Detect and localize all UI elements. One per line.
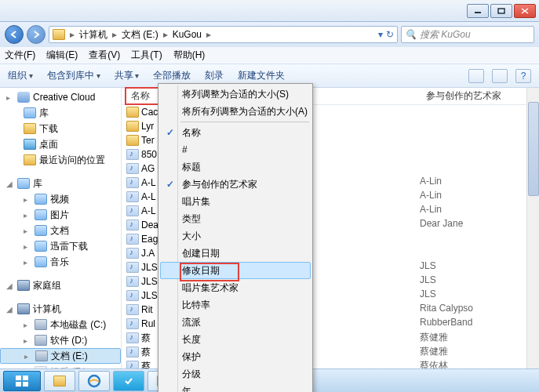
ctx-column-option[interactable]: 类型 bbox=[160, 210, 311, 227]
library-icon bbox=[17, 178, 30, 189]
nav-recent[interactable]: 最近访问的位置 bbox=[0, 152, 121, 168]
artist-cell bbox=[420, 119, 473, 133]
video-icon bbox=[35, 194, 47, 205]
svg-rect-7 bbox=[23, 382, 28, 387]
nav-music[interactable]: ▸音乐 bbox=[0, 254, 121, 270]
drive-icon bbox=[35, 350, 48, 361]
taskbar-ie[interactable] bbox=[78, 371, 110, 391]
ctx-column-option[interactable]: 比特率 bbox=[160, 296, 311, 314]
ctx-column-option[interactable]: 大小 bbox=[160, 227, 311, 245]
back-button[interactable] bbox=[5, 25, 24, 44]
nav-drive-d[interactable]: ▸软件 (D:) bbox=[0, 332, 121, 348]
folder-icon bbox=[126, 135, 139, 146]
nav-library[interactable]: 库 bbox=[0, 105, 121, 121]
nav-documents[interactable]: ▸文档 bbox=[0, 223, 121, 238]
crumb-drive[interactable]: 文档 (E:) bbox=[122, 28, 158, 42]
nav-pictures[interactable]: ▸图片 bbox=[0, 207, 121, 223]
ctx-column-option[interactable]: 唱片集 bbox=[160, 193, 311, 210]
nav-libraries[interactable]: ◢库 bbox=[0, 176, 121, 191]
column-context-menu: 将列调整为合适的大小(S) 将所有列调整为合适的大小(A) ✓名称#标题✓参与创… bbox=[158, 83, 313, 392]
ctx-column-option[interactable]: 唱片集艺术家 bbox=[160, 279, 311, 296]
search-placeholder: 搜索 KuGou bbox=[420, 28, 471, 42]
navigation-pane: ▸Creative Cloud 库 下载 桌面 最近访问的位置 ◢库 ▸视频 ▸… bbox=[0, 88, 122, 368]
artist-cell: A-Lin bbox=[420, 190, 473, 204]
address-field[interactable]: ▸ 计算机 ▸ 文档 (E:) ▸ KuGou ▸ ▾ ↻ bbox=[49, 26, 398, 43]
playall-button[interactable]: 全部播放 bbox=[153, 69, 191, 82]
crumb-folder[interactable]: KuGou bbox=[173, 29, 202, 40]
nav-drive-c[interactable]: ▸本地磁盘 (C:) bbox=[0, 317, 121, 332]
ctx-column-option[interactable]: 创建日期 bbox=[160, 245, 311, 262]
check-icon: ✓ bbox=[166, 179, 174, 190]
menu-tools[interactable]: 工具(T) bbox=[131, 49, 162, 62]
folder-icon bbox=[126, 107, 139, 118]
share-button[interactable]: 共享 bbox=[115, 69, 140, 82]
nav-downloads[interactable]: 下载 bbox=[0, 121, 121, 136]
ctx-column-option[interactable]: 标题 bbox=[160, 158, 311, 176]
menu-view[interactable]: 查看(V) bbox=[89, 49, 120, 62]
nav-computer[interactable]: ◢计算机 bbox=[0, 301, 121, 317]
ctx-column-option[interactable]: 长度 bbox=[160, 331, 311, 348]
nav-desktop[interactable]: 桌面 bbox=[0, 136, 121, 152]
preview-pane-button[interactable] bbox=[492, 69, 508, 83]
close-button[interactable] bbox=[514, 4, 536, 18]
menubar: 文件(F) 编辑(E) 查看(V) 工具(T) 帮助(H) bbox=[0, 47, 539, 64]
artist-cell bbox=[420, 147, 473, 162]
nav-drive-e[interactable]: ▸文档 (E:) bbox=[0, 348, 121, 364]
ctx-column-option[interactable]: ✓参与创作的艺术家 bbox=[160, 176, 311, 193]
refresh-icon[interactable]: ↻ bbox=[386, 29, 394, 40]
ctx-column-option[interactable]: # bbox=[160, 141, 311, 158]
ctx-column-option[interactable]: 年 bbox=[160, 383, 311, 392]
taskbar-explorer[interactable] bbox=[44, 371, 75, 391]
organize-button[interactable]: 组织 bbox=[8, 69, 33, 82]
nav-homegroup[interactable]: ◢家庭组 bbox=[0, 278, 121, 293]
music-file-icon bbox=[126, 149, 139, 160]
computer-icon bbox=[17, 303, 30, 314]
maximize-button[interactable] bbox=[490, 4, 512, 18]
taskbar-app1[interactable] bbox=[113, 371, 144, 391]
minimize-button[interactable] bbox=[467, 4, 489, 18]
menu-help[interactable]: 帮助(H) bbox=[173, 49, 206, 62]
search-input[interactable]: 🔍 搜索 KuGou bbox=[401, 26, 534, 43]
document-icon bbox=[35, 225, 47, 236]
artist-cell: 蔡健雅 bbox=[420, 331, 473, 345]
artist-cell bbox=[420, 162, 473, 176]
ctx-column-option[interactable]: 保护 bbox=[160, 348, 311, 365]
crumb-computer[interactable]: 计算机 bbox=[79, 28, 107, 42]
ctx-column-option[interactable]: 流派 bbox=[160, 314, 311, 331]
nav-thunder[interactable]: ▸迅雷下载 bbox=[0, 238, 121, 254]
scrollbar[interactable] bbox=[526, 88, 539, 368]
include-button[interactable]: 包含到库中 bbox=[47, 69, 100, 82]
search-icon: 🔍 bbox=[405, 29, 417, 40]
help-button[interactable]: ? bbox=[515, 69, 531, 83]
artist-cell bbox=[420, 246, 473, 260]
nav-videos[interactable]: ▸视频 bbox=[0, 191, 121, 207]
music-file-icon bbox=[126, 163, 139, 174]
music-file-icon bbox=[126, 276, 139, 287]
view-options-button[interactable] bbox=[468, 69, 484, 83]
music-file-icon bbox=[126, 177, 139, 188]
artist-cell: 蔡健雅 bbox=[420, 345, 473, 359]
nav-creative-cloud[interactable]: ▸Creative Cloud bbox=[0, 89, 121, 105]
newfolder-button[interactable]: 新建文件夹 bbox=[238, 69, 285, 82]
music-icon bbox=[35, 256, 47, 267]
homegroup-icon bbox=[17, 280, 30, 291]
music-file-icon bbox=[126, 347, 139, 358]
ctx-fit-column[interactable]: 将列调整为合适的大小(S) bbox=[160, 85, 311, 103]
ctx-fit-all[interactable]: 将所有列调整为合适的大小(A) bbox=[160, 103, 311, 120]
artist-cell: A-Lin bbox=[420, 204, 473, 218]
start-button[interactable] bbox=[3, 371, 41, 391]
burn-button[interactable]: 刻录 bbox=[205, 69, 224, 82]
menu-edit[interactable]: 编辑(E) bbox=[46, 49, 78, 62]
artist-cell: Dear Jane bbox=[420, 218, 473, 232]
ctx-column-option[interactable]: 分级 bbox=[160, 365, 311, 383]
artist-cell: A-Lin bbox=[420, 176, 473, 190]
titlebar bbox=[0, 0, 539, 22]
dropdown-icon[interactable]: ▾ bbox=[378, 29, 383, 40]
forward-button[interactable] bbox=[27, 25, 46, 44]
ctx-column-option[interactable]: ✓名称 bbox=[160, 124, 311, 141]
ctx-column-option[interactable]: 修改日期 bbox=[160, 262, 311, 279]
music-file-icon bbox=[126, 234, 139, 245]
menu-file[interactable]: 文件(F) bbox=[5, 49, 35, 62]
scrollbar-thumb[interactable] bbox=[528, 102, 539, 196]
column-header-artist[interactable]: 参与创作的艺术家 bbox=[420, 89, 539, 103]
